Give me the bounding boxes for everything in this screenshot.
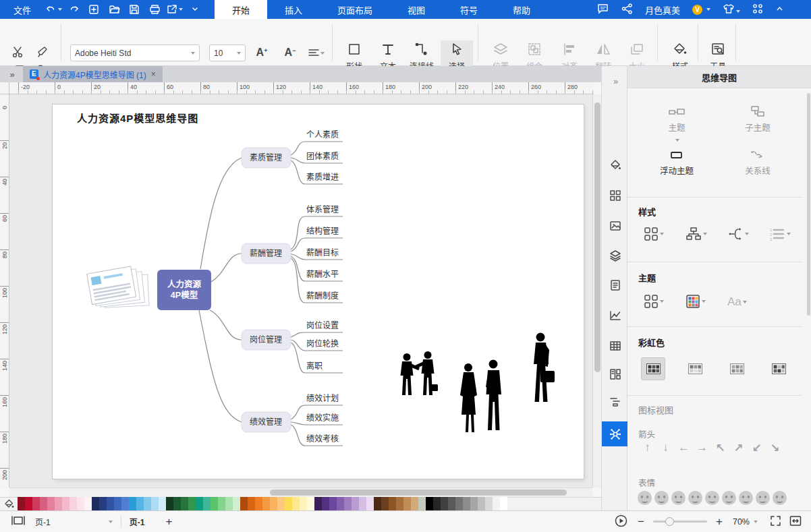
color-swatch[interactable] (136, 497, 144, 511)
color-swatch[interactable] (262, 497, 270, 511)
color-swatch[interactable] (433, 497, 441, 511)
undo-icon[interactable] (43, 0, 63, 19)
color-swatch[interactable] (40, 497, 47, 511)
branch-topics[interactable]: 素质管理 薪酬管理 岗位管理 绩效管理 (242, 148, 291, 432)
people-silhouettes[interactable] (401, 333, 555, 433)
color-swatch[interactable] (470, 497, 478, 511)
color-swatch[interactable] (129, 497, 136, 511)
color-swatch[interactable] (211, 497, 218, 511)
color-swatch[interactable] (25, 497, 32, 511)
fullscreen-icon[interactable] (770, 515, 781, 529)
theme-skin-icon[interactable] (723, 3, 740, 16)
open-icon[interactable] (104, 0, 124, 19)
color-swatch[interactable] (47, 497, 55, 511)
save-icon[interactable] (124, 0, 144, 19)
emotion-icon[interactable] (773, 491, 787, 505)
zoom-slider[interactable] (653, 521, 707, 523)
redo-icon[interactable] (63, 0, 84, 19)
font-size-select[interactable]: 10 (209, 45, 246, 61)
color-swatch[interactable] (381, 497, 389, 511)
emotion-icon[interactable] (739, 491, 753, 505)
color-swatch[interactable] (166, 497, 173, 511)
color-swatch[interactable] (188, 497, 196, 511)
color-swatch[interactable] (352, 497, 359, 511)
canvas[interactable]: 人力资源4P模型思维导图 (9, 94, 592, 487)
canvas-vertical-scrollbar[interactable] (592, 94, 601, 487)
theme-color-button[interactable] (686, 294, 706, 309)
color-swatch[interactable] (114, 497, 121, 511)
apps-grid-icon[interactable] (752, 3, 763, 16)
color-swatch[interactable] (485, 497, 493, 511)
color-swatch[interactable] (159, 497, 166, 511)
arrow-icon[interactable]: ↑ (638, 441, 656, 455)
theme-gallery-button[interactable] (644, 294, 664, 309)
color-swatch[interactable] (329, 497, 337, 511)
zoom-out-button[interactable]: − (636, 515, 646, 529)
color-swatch[interactable] (196, 497, 203, 511)
color-swatch[interactable] (426, 497, 433, 511)
color-swatch[interactable] (389, 497, 396, 511)
rainbow-option-4[interactable] (766, 357, 791, 380)
emotion-icon[interactable] (688, 491, 702, 505)
emotion-icon[interactable] (638, 491, 652, 505)
tab-home[interactable]: 开始 (215, 0, 267, 19)
theme-font-button[interactable]: Aa (727, 295, 747, 309)
color-swatch[interactable] (292, 497, 300, 511)
clipart-panel-icon[interactable] (602, 361, 628, 386)
rainbow-option-1[interactable] (641, 357, 665, 380)
note-panel-icon[interactable] (602, 272, 628, 297)
color-swatch[interactable] (344, 497, 352, 511)
table-panel-icon[interactable] (602, 333, 628, 358)
feedback-icon[interactable] (597, 3, 609, 16)
style-structure-button[interactable] (686, 227, 707, 241)
relationship-line-tool[interactable]: 关系线 (721, 148, 795, 177)
arrow-icon[interactable]: → (693, 441, 711, 455)
zoom-level[interactable]: 70% (733, 517, 750, 527)
central-topic[interactable]: 人力资源 4P模型 (157, 270, 211, 310)
color-swatch[interactable] (359, 497, 366, 511)
color-swatch[interactable] (55, 497, 62, 511)
color-swatch[interactable] (374, 497, 381, 511)
drawing-page[interactable]: 人力资源4P模型思维导图 (53, 105, 584, 479)
file-menu[interactable]: 文件 (0, 3, 43, 16)
ribbon-collapse-icon[interactable] (185, 0, 205, 19)
color-swatch[interactable] (500, 497, 507, 511)
color-swatch[interactable] (314, 497, 322, 511)
color-swatch[interactable] (403, 497, 411, 511)
color-swatch[interactable] (225, 497, 233, 511)
add-page-button[interactable]: + (163, 515, 174, 529)
color-swatch[interactable] (144, 497, 151, 511)
tab-help[interactable]: 帮助 (495, 0, 548, 19)
subtopic-tool[interactable]: 子主题 (721, 105, 795, 134)
document-tab[interactable]: 人力资源4P模型思维导图 (1) × (23, 66, 163, 82)
scrollbar-thumb[interactable] (594, 102, 600, 372)
color-swatch[interactable] (92, 497, 99, 511)
color-swatch[interactable] (337, 497, 344, 511)
color-swatch[interactable] (69, 497, 77, 511)
color-swatch[interactable] (240, 497, 248, 511)
color-swatch[interactable] (478, 497, 485, 511)
color-swatch[interactable] (463, 497, 470, 511)
zoom-caret-icon[interactable] (754, 521, 758, 523)
decrease-font-button[interactable]: A− (281, 45, 300, 61)
color-swatch[interactable] (396, 497, 403, 511)
share-icon[interactable] (621, 3, 633, 16)
arrow-icon[interactable]: ↓ (656, 441, 675, 455)
color-swatch[interactable] (62, 497, 69, 511)
color-swatch[interactable] (418, 497, 426, 511)
emotion-icon[interactable] (756, 491, 770, 505)
rainbow-option-3[interactable] (725, 357, 749, 380)
color-swatch[interactable] (121, 497, 129, 511)
tab-expand-icon[interactable]: » (0, 69, 23, 80)
color-swatch[interactable] (173, 497, 181, 511)
user-caret-icon[interactable] (706, 8, 710, 11)
color-swatch[interactable] (99, 497, 107, 511)
tab-insert[interactable]: 插入 (267, 0, 320, 19)
color-swatch[interactable] (448, 497, 455, 511)
user-name[interactable]: 月色真美 (645, 3, 680, 16)
color-swatch[interactable] (322, 497, 329, 511)
color-swatch[interactable] (277, 497, 285, 511)
panel-expand-icon[interactable]: » (602, 69, 628, 94)
tab-view[interactable]: 视图 (390, 0, 443, 19)
style-numbering-button[interactable]: 123 (769, 227, 791, 241)
